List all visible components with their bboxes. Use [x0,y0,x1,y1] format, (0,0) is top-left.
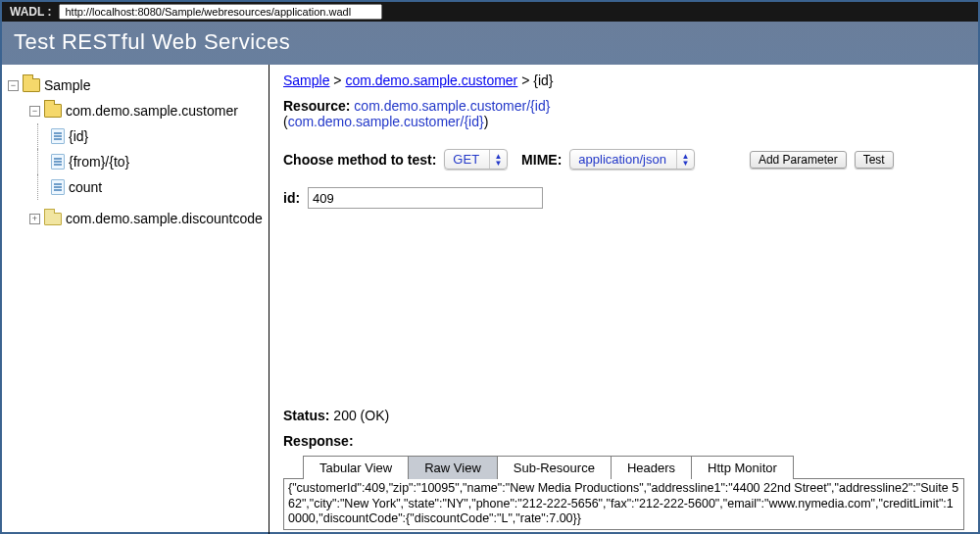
document-icon [51,128,65,144]
tab-tabular-view[interactable]: Tabular View [303,456,409,479]
method-select-value: GET [445,152,489,167]
toggle-icon[interactable]: + [29,214,40,224]
add-parameter-button[interactable]: Add Parameter [750,151,847,169]
tree-label: count [69,174,102,200]
tree-label: Sample [44,73,90,98]
resource-label: Resource: [283,98,350,114]
breadcrumb-current: {id} [533,73,553,88]
resource-link[interactable]: com.demo.sample.customer/{id} [354,98,550,114]
resource-line: Resource: com.demo.sample.customer/{id} … [283,98,964,129]
resource-link-paren[interactable]: com.demo.sample.customer/{id} [288,114,484,129]
breadcrumb-link[interactable]: Sample [283,73,329,88]
breadcrumb-sep: > [521,73,533,88]
tree-label: {id} [69,123,88,149]
page-title: Test RESTful Web Services [14,29,966,55]
method-row: Choose method to test: GET ▲▼ MIME: appl… [283,149,964,170]
raw-response-box[interactable]: {"customerId":409,"zip":"10095","name":"… [283,478,964,530]
test-button[interactable]: Test [855,151,894,169]
app-frame: WADL : Test RESTful Web Services − Sampl… [0,0,980,534]
document-icon [51,179,65,195]
tree-label: com.demo.sample.customer [66,98,238,123]
title-bar: Test RESTful Web Services [2,22,978,65]
id-label: id: [283,190,300,206]
wadl-url-input[interactable] [59,4,382,20]
tree-leaf-count[interactable]: count [51,174,265,200]
tree-leaf-id[interactable]: {id} [51,123,265,149]
breadcrumb-link[interactable]: com.demo.sample.customer [345,73,517,88]
wadl-label: WADL : [10,5,51,19]
status-block: Status: 200 (OK) Response: Tabular View … [283,388,964,534]
breadcrumb: Sample > com.demo.sample.customer > {id} [283,73,964,98]
tab-http-monitor[interactable]: Http Monitor [691,456,794,479]
mime-select[interactable]: application/json ▲▼ [569,149,695,170]
method-select[interactable]: GET ▲▼ [444,149,508,170]
folder-open-icon [44,104,62,118]
mime-select-value: application/json [570,152,676,167]
folder-closed-icon [44,213,62,225]
main-pane: Sample > com.demo.sample.customer > {id}… [270,65,978,534]
document-icon [51,154,65,170]
breadcrumb-sep: > [333,73,345,88]
select-arrows-icon: ▲▼ [676,150,694,169]
tab-sub-resource[interactable]: Sub-Resource [497,456,612,479]
tree-node-discountcode[interactable]: + com.demo.sample.discountcode [29,206,265,231]
toggle-icon[interactable]: − [29,106,40,117]
tree-label: com.demo.sample.discountcode [66,206,263,231]
response-tabs: Tabular View Raw View Sub-Resource Heade… [303,455,964,478]
status-line: Status: 200 (OK) [283,408,964,423]
status-value: 200 (OK) [333,408,389,423]
tree-label: {from}/{to} [69,149,129,174]
id-input[interactable] [308,187,543,209]
response-label: Response: [283,433,964,449]
tab-headers[interactable]: Headers [611,456,692,479]
id-row: id: [283,187,964,209]
workspace: − Sample − com.demo.sample.customer [2,65,978,534]
mime-label: MIME: [521,152,562,168]
tree-leaf-from-to[interactable]: {from}/{to} [51,149,265,174]
toggle-icon[interactable]: − [8,80,19,91]
folder-open-icon [23,78,40,92]
choose-method-label: Choose method to test: [283,152,436,168]
resource-tree: − Sample − com.demo.sample.customer [2,65,270,534]
tree-node-customer[interactable]: − com.demo.sample.customer [29,98,265,123]
wadl-bar: WADL : [2,2,978,22]
tree-node-sample[interactable]: − Sample [8,73,265,98]
tab-raw-view[interactable]: Raw View [408,456,498,479]
status-label: Status: [283,408,329,423]
select-arrows-icon: ▲▼ [489,150,507,169]
